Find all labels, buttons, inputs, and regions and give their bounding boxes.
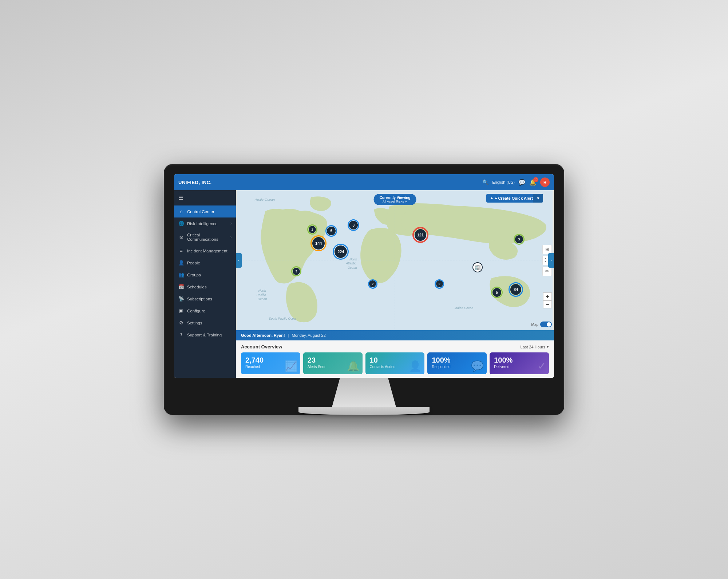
- sidebar-label-settings: Settings: [187, 321, 232, 325]
- language-selector[interactable]: English (US): [492, 180, 515, 184]
- svg-text:North: North: [258, 289, 266, 292]
- sidebar-item-people[interactable]: 👤 People: [174, 257, 236, 269]
- toggle-knob: [547, 322, 551, 327]
- sidebar-label-subscriptions: Subscriptions: [187, 297, 232, 301]
- notification-badge: 10: [533, 177, 538, 182]
- map-toggle-switch[interactable]: [540, 322, 552, 327]
- responded-icon: 💬: [471, 360, 484, 372]
- monitor-screen: UNIFIED, INC. 🔍 English (US) 💬 🔔 10 R: [174, 174, 554, 378]
- sidebar-label-groups: Groups: [187, 273, 232, 277]
- subscription-icon: 📡: [178, 296, 184, 302]
- configure-icon: ▣: [178, 308, 184, 314]
- sidebar-item-configure[interactable]: ▣ Configure: [174, 305, 236, 317]
- user-avatar[interactable]: R: [540, 177, 550, 187]
- globe-icon: 🌐: [178, 221, 184, 226]
- zoom-in-button[interactable]: +: [543, 292, 552, 300]
- currently-viewing-title: Currently Viewing: [380, 196, 411, 200]
- map-marker-3a[interactable]: 3: [291, 266, 301, 276]
- metric-card-delivered[interactable]: 100% Delivered ✓: [490, 352, 549, 374]
- notifications-icon[interactable]: 🔔 10: [529, 179, 537, 186]
- create-quick-alert-dropdown[interactable]: ▼: [533, 194, 543, 203]
- sidebar-label-risk-intelligence: Risk Intelligence: [187, 221, 228, 226]
- home-icon: ⌂: [178, 209, 184, 214]
- svg-text:Ocean: Ocean: [258, 297, 267, 301]
- svg-text:Arctic Ocean: Arctic Ocean: [254, 197, 275, 201]
- world-map: Arctic Ocean North Atlantic Ocean North …: [236, 190, 554, 330]
- map-marker-3b[interactable]: 3: [514, 234, 525, 245]
- reached-icon: 📈: [285, 360, 297, 372]
- alerts-icon: 🔔: [347, 360, 360, 372]
- sidebar-label-support-training: Support & Training: [187, 333, 232, 337]
- map-marker-8[interactable]: 8: [348, 219, 359, 231]
- map-marker-6[interactable]: 6: [325, 225, 337, 237]
- currently-viewing-button[interactable]: Currently Viewing All Asset Risks ∨: [374, 194, 416, 205]
- sidebar-item-risk-intelligence[interactable]: 🌐 Risk Intelligence ›: [174, 217, 236, 229]
- contacts-icon: 👤: [409, 360, 422, 372]
- monitor-base: [298, 407, 430, 415]
- time-filter-label: Last 24 Hours: [521, 345, 545, 349]
- support-icon: ?: [178, 332, 184, 338]
- app-logo: UNIFIED, INC.: [178, 180, 482, 185]
- greeting-date: Monday, August 22: [292, 333, 325, 338]
- map-zoom-controls: + −: [543, 292, 552, 308]
- monitor-stand: [324, 378, 404, 407]
- incident-icon: ≡: [178, 248, 184, 253]
- create-quick-alert-button[interactable]: + + Create Quick Alert: [486, 194, 538, 203]
- email-icon: ✉: [178, 235, 184, 240]
- sidebar-item-incident-management[interactable]: ≡ Incident Management: [174, 245, 236, 257]
- monitor-outer: UNIFIED, INC. 🔍 English (US) 💬 🔔 10 R: [164, 164, 564, 415]
- svg-text:Atlantic: Atlantic: [345, 261, 356, 265]
- map-marker-144[interactable]: 144: [310, 235, 327, 251]
- currently-viewing-bar: Currently Viewing All Asset Risks ∨: [374, 194, 416, 205]
- right-panel: Arctic Ocean North Atlantic Ocean North …: [236, 190, 554, 378]
- map-marker-1[interactable]: 1: [307, 224, 317, 235]
- sidebar-item-control-center[interactable]: ⌂ Control Center: [174, 205, 236, 217]
- metric-card-reached[interactable]: 2,740 Reached 📈: [241, 352, 300, 374]
- settings-icon: ⚙: [178, 320, 184, 326]
- map-marker-121[interactable]: 121: [412, 227, 428, 243]
- sidebar-item-groups[interactable]: 👥 Groups: [174, 269, 236, 281]
- map-marker-2a[interactable]: 2: [368, 279, 377, 289]
- time-filter-button[interactable]: Last 24 Hours ▾: [521, 344, 549, 349]
- svg-text:North: North: [349, 257, 357, 261]
- svg-text:Indian Ocean: Indian Ocean: [455, 306, 474, 310]
- topbar: UNIFIED, INC. 🔍 English (US) 💬 🔔 10 R: [174, 174, 554, 190]
- building-marker[interactable]: 🏢: [472, 262, 483, 272]
- map-marker-2b[interactable]: 2: [435, 279, 444, 289]
- metric-card-contacts-added[interactable]: 10 Contacts Added 👤: [365, 352, 425, 374]
- sidebar: ☰ ⌂ Control Center 🌐 Risk Intelligence ›…: [174, 190, 236, 378]
- monitor-shell: UNIFIED, INC. 🔍 English (US) 💬 🔔 10 R: [164, 164, 564, 415]
- map-expand-left[interactable]: ‹: [236, 253, 242, 268]
- chevron-right-icon: ›: [230, 221, 232, 225]
- greeting-text: Good Afternoon, Ryan!: [241, 333, 285, 338]
- search-icon[interactable]: 🔍: [482, 179, 488, 185]
- greeting-separator: |: [288, 333, 289, 338]
- main-content: ☰ ⌂ Control Center 🌐 Risk Intelligence ›…: [174, 190, 554, 378]
- sidebar-label-incident-management: Incident Management: [187, 249, 232, 253]
- metric-card-alerts-sent[interactable]: 23 Alerts Sent 🔔: [303, 352, 363, 374]
- map-marker-5[interactable]: 5: [491, 287, 503, 298]
- sidebar-item-subscriptions[interactable]: 📡 Subscriptions: [174, 293, 236, 305]
- map-expand-right[interactable]: ›: [548, 253, 554, 268]
- zoom-out-button[interactable]: −: [543, 300, 552, 308]
- map-marker-224[interactable]: 224: [333, 244, 349, 260]
- map-toggle: Map: [531, 322, 552, 327]
- pencil-icon[interactable]: ✏: [542, 267, 552, 276]
- messages-icon[interactable]: 💬: [518, 179, 526, 186]
- metric-card-responded[interactable]: 100% Responded 💬: [427, 352, 487, 374]
- sidebar-item-settings[interactable]: ⚙ Settings: [174, 317, 236, 329]
- metric-cards: 2,740 Reached 📈 23 Alerts Sent 🔔: [241, 352, 549, 374]
- sidebar-label-control-center: Control Center: [187, 209, 232, 214]
- sidebar-label-schedules: Schedules: [187, 285, 232, 289]
- hamburger-menu[interactable]: ☰: [174, 190, 236, 205]
- sidebar-item-critical-communications[interactable]: ✉ Critical Communications ›: [174, 229, 236, 245]
- map-marker-84[interactable]: 84: [509, 282, 523, 297]
- app: UNIFIED, INC. 🔍 English (US) 💬 🔔 10 R: [174, 174, 554, 378]
- svg-text:South Pacific Ocean: South Pacific Ocean: [269, 317, 298, 320]
- sidebar-item-support-training[interactable]: ? Support & Training: [174, 329, 236, 341]
- metric-value-delivered: 100%: [494, 356, 545, 364]
- svg-text:Pacific: Pacific: [257, 293, 266, 297]
- account-overview-title: Account Overview: [241, 344, 282, 350]
- sidebar-item-schedules[interactable]: 📅 Schedules: [174, 281, 236, 293]
- groups-icon: 👥: [178, 272, 184, 277]
